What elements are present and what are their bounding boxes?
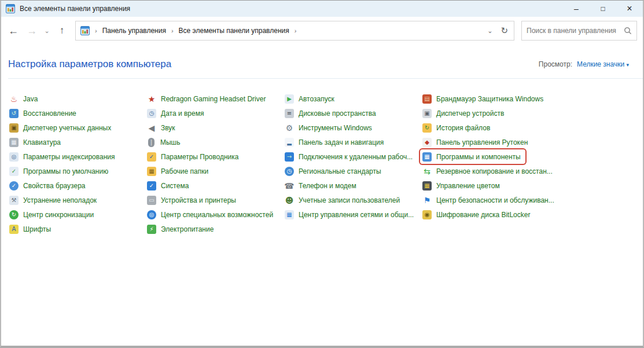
item-date-time[interactable]: ◷Дата и время	[145, 106, 208, 120]
item-sound[interactable]: ◀Звук	[145, 120, 180, 135]
item-label: Подключения к удаленным рабоч...	[299, 153, 413, 161]
phone-modem-icon: ☎	[285, 181, 294, 191]
item-keyboard[interactable]: ▦Клавиатура	[7, 135, 65, 149]
item-label: Панель задач и навигация	[299, 138, 384, 146]
minimize-button[interactable]: –	[563, 1, 590, 17]
item-programs-features[interactable]: ▦Программы и компоненты	[420, 149, 525, 164]
item-devices-printers[interactable]: ▭Устройства и принтеры	[145, 193, 241, 207]
item-label: Центр специальных возможностей	[161, 211, 273, 219]
item-windows-tools[interactable]: ⚙Инструменты Windows	[282, 120, 377, 135]
item-label: Шифрование диска BitLocker	[436, 211, 530, 219]
item-work-folders[interactable]: ▦Рабочие папки	[145, 164, 213, 178]
forward-button[interactable]: →	[23, 25, 41, 37]
item-region[interactable]: ◷Региональные стандарты	[282, 164, 386, 178]
item-label: Инструменты Windows	[299, 124, 372, 132]
item-recovery[interactable]: ↺Восстановление	[7, 106, 81, 120]
close-button[interactable]: ×	[616, 1, 643, 17]
item-power-options[interactable]: ⚡Электропитание	[145, 222, 218, 236]
title-bar: Все элементы панели управления – □ ×	[1, 1, 643, 17]
item-internet-options[interactable]: ✓Свойства браузера	[7, 178, 90, 193]
security-maintenance-icon: ⚑	[422, 196, 432, 205]
bitlocker-icon: ◉	[422, 210, 432, 219]
item-fonts[interactable]: AШрифты	[7, 222, 56, 236]
breadcrumb-separator[interactable]: ›	[171, 27, 174, 34]
item-java[interactable]: ♨Java	[7, 91, 42, 106]
item-network-center[interactable]: ▦Центр управления сетями и общи...	[282, 207, 418, 222]
item-label: Восстановление	[23, 109, 76, 118]
breadcrumb-separator: ›	[95, 27, 97, 34]
item-label: Учетные записи пользователей	[299, 196, 400, 204]
item-explorer-options[interactable]: ✓Параметры Проводника	[145, 149, 243, 164]
control-panel-icon	[80, 26, 90, 35]
item-remote-desktop[interactable]: →Подключения к удаленным рабоч...	[282, 149, 417, 164]
items-grid: ♨Java↺Восстановление▣Диспетчер учетных д…	[1, 79, 643, 236]
item-firewall[interactable]: ▤Брандмауэр Защитника Windows	[420, 91, 548, 106]
history-dropdown-icon[interactable]: ⌄	[42, 27, 52, 35]
item-security-maintenance[interactable]: ⚑Центр безопасности и обслуживан...	[420, 193, 559, 207]
maximize-button[interactable]: □	[590, 1, 616, 17]
item-troubleshooting[interactable]: ⚒Устранение неполадок	[7, 193, 101, 207]
item-system[interactable]: ✓Система	[145, 178, 193, 193]
breadcrumb-control-panel[interactable]: Панель управления	[102, 27, 166, 35]
address-bar[interactable]: › Панель управления › Все элементы панел…	[75, 21, 514, 41]
system-icon: ✓	[147, 181, 156, 191]
indexing-options-icon: ◎	[9, 152, 19, 162]
item-label: Дисковые пространства	[299, 109, 376, 118]
region-icon: ◷	[285, 167, 294, 176]
items-column-3: ▶Автозапуск≡Дисковые пространства⚙Инстру…	[285, 91, 422, 236]
item-label: Диспетчер устройств	[436, 109, 504, 118]
item-label: Программы по умолчанию	[23, 167, 108, 175]
item-label: Клавиатура	[23, 138, 61, 146]
work-folders-icon: ▦	[147, 167, 156, 176]
item-label: Диспетчер учетных данных	[23, 124, 111, 132]
item-label: Параметры Проводника	[161, 153, 238, 161]
item-default-programs[interactable]: ✓Программы по умолчанию	[7, 164, 113, 178]
item-mouse[interactable]: |Мышь	[145, 135, 185, 149]
file-history-icon: ↻	[422, 123, 432, 133]
search-input[interactable]	[527, 27, 624, 35]
internet-options-icon: ✓	[9, 181, 19, 191]
item-sync-center[interactable]: ↻Центр синхронизации	[7, 207, 98, 222]
item-redragon[interactable]: ★Redragon Gaming Headset Driver	[145, 91, 270, 106]
search-icon[interactable]	[624, 27, 632, 35]
view-mode-dropdown[interactable]: Мелкие значки ▾	[577, 60, 629, 68]
user-accounts-icon: ☻	[285, 196, 294, 205]
breadcrumb-all-items[interactable]: Все элементы панели управления	[179, 27, 289, 35]
item-autoplay[interactable]: ▶Автозапуск	[282, 91, 339, 106]
firewall-icon: ▤	[422, 94, 432, 104]
credential-manager-icon: ▣	[9, 123, 19, 133]
item-color-management[interactable]: ▦Управление цветом	[420, 178, 505, 193]
item-label: Центр безопасности и обслуживан...	[436, 196, 554, 204]
item-label: Центр управления сетями и общи...	[299, 211, 414, 219]
item-user-accounts[interactable]: ☻Учетные записи пользователей	[282, 193, 404, 207]
item-label: Устранение неполадок	[23, 196, 97, 204]
item-label: Региональные стандарты	[299, 167, 381, 175]
redragon-icon: ★	[147, 94, 156, 104]
item-phone-modem[interactable]: ☎Телефон и модем	[282, 178, 361, 193]
item-indexing-options[interactable]: ◎Параметры индексирования	[7, 149, 119, 164]
item-label: Управление цветом	[436, 182, 500, 190]
items-column-2: ★Redragon Gaming Headset Driver◷Дата и в…	[147, 91, 285, 236]
item-file-history[interactable]: ↻История файлов	[420, 120, 495, 135]
item-backup-restore[interactable]: ⇆Резервное копирование и восстан...	[420, 164, 557, 178]
item-label: Шрифты	[23, 225, 51, 233]
sound-icon: ◀	[147, 123, 156, 133]
item-label: Параметры индексирования	[23, 153, 115, 161]
item-rutoken[interactable]: ◆Панель управления Рутокен	[420, 135, 532, 149]
explorer-options-icon: ✓	[147, 152, 156, 162]
up-button[interactable]: ↑	[53, 25, 71, 36]
item-label: Дата и время	[161, 109, 204, 118]
back-button[interactable]: ←	[5, 25, 22, 37]
ease-of-access-icon: ◎	[147, 210, 156, 219]
search-box[interactable]	[521, 21, 637, 41]
refresh-icon[interactable]: ↻	[501, 25, 508, 36]
item-bitlocker[interactable]: ◉Шифрование диска BitLocker	[420, 207, 535, 222]
item-storage-spaces[interactable]: ≡Дисковые пространства	[282, 106, 381, 120]
item-label: Автозапуск	[299, 95, 334, 103]
item-credential-manager[interactable]: ▣Диспетчер учетных данных	[7, 120, 116, 135]
item-ease-of-access[interactable]: ◎Центр специальных возможностей	[145, 207, 278, 222]
address-dropdown-icon[interactable]: ⌄	[487, 27, 492, 35]
item-taskbar[interactable]: ▂Панель задач и навигация	[282, 135, 388, 149]
item-device-manager[interactable]: ▣Диспетчер устройств	[420, 106, 509, 120]
breadcrumb-separator[interactable]: ›	[295, 27, 297, 34]
